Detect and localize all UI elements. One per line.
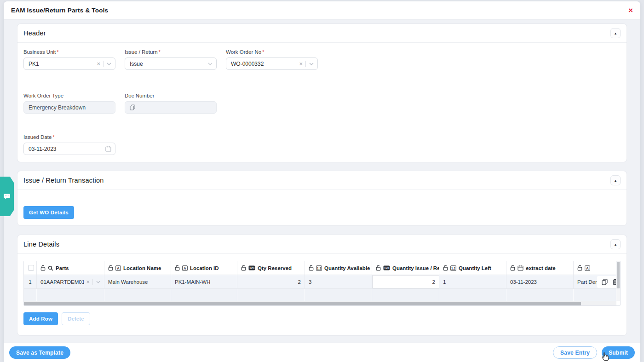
issued-date-label: Issued Date* (23, 134, 115, 140)
last-cell[interactable]: Part Der (574, 275, 616, 288)
line-details-section-title: Line Details (23, 241, 59, 248)
issue-return-group: Issue / Return* Issue (125, 49, 217, 70)
get-wo-details-button[interactable]: Get WO Details (23, 206, 74, 219)
calendar-icon[interactable] (105, 146, 111, 152)
last-cell-value: Part Der (577, 279, 597, 285)
business-unit-group: Business Unit* PK1 × (23, 49, 115, 70)
required-mark: * (262, 49, 264, 55)
column-header-parts[interactable]: Parts (37, 261, 104, 275)
column-header-qty-reserved[interactable]: 123 Qty Reserved (237, 261, 305, 275)
field-divider (103, 61, 104, 67)
issue-return-select[interactable]: Issue (125, 57, 217, 70)
work-order-type-label: Work Order Type (23, 93, 115, 98)
integer-icon: 123 (248, 265, 255, 270)
parts-cell-select[interactable]: 01AAPARTDEM01 - Pa... × (37, 275, 104, 288)
column-header-location-name[interactable]: A Location Name (104, 261, 171, 275)
work-order-type-group: Work Order Type Emergency Breakdown (23, 93, 115, 114)
delete-row-icon[interactable] (612, 279, 616, 285)
extract-date-cell[interactable]: 03-11-2023 (506, 275, 574, 288)
close-icon[interactable]: × (628, 6, 633, 14)
text-field-icon: A (115, 265, 121, 271)
eam-issue-return-modal: EAM Issue/Return Parts & Tools × Header … (4, 1, 640, 362)
quantity-issue-return-cell[interactable]: 2 (372, 275, 439, 288)
decimal-icon: 1.2 (450, 265, 456, 271)
svg-text:123: 123 (249, 266, 254, 270)
work-order-no-select[interactable]: WO-0000332 × (226, 57, 318, 70)
doc-number-group: Doc Number (125, 93, 217, 114)
field-divider (305, 61, 306, 67)
unlock-icon (309, 265, 314, 271)
save-entry-button[interactable]: Save Entry (553, 346, 597, 359)
copy-row-icon[interactable] (602, 279, 608, 285)
svg-text:1.2: 1.2 (451, 266, 455, 270)
column-header-extract-date[interactable]: extract date (506, 261, 574, 275)
issued-date-value: 03-11-2023 (29, 146, 105, 152)
unlock-icon (175, 265, 180, 271)
unlock-icon (40, 265, 46, 271)
required-mark: * (52, 134, 54, 140)
work-order-type-field: Emergency Breakdown (23, 101, 115, 114)
business-unit-label: Business Unit* (23, 49, 115, 55)
horizontal-scrollbar-thumb[interactable] (24, 302, 581, 305)
collapse-up-icon: ▲ (614, 32, 617, 35)
submit-button[interactable]: Submit (602, 346, 635, 359)
business-unit-value: PK1 (29, 61, 95, 67)
location-id-cell[interactable]: PK1-MAIN-WH (171, 275, 237, 288)
header-section-title: Header (23, 29, 46, 37)
feedback-flag[interactable] (0, 177, 14, 216)
row-number: 1 (24, 275, 37, 288)
column-header-last[interactable]: A (574, 261, 616, 275)
vertical-scrollbar[interactable] (616, 261, 620, 301)
clear-icon[interactable]: × (86, 279, 90, 285)
collapse-up-icon: ▲ (614, 179, 617, 182)
transaction-section-head: Issue / Return Transaction ▲ (17, 171, 627, 190)
save-as-template-button[interactable]: Save as Template (9, 346, 70, 359)
header-collapse-button[interactable]: ▲ (610, 28, 621, 38)
vertical-scrollbar-thumb[interactable] (617, 262, 620, 288)
issued-date-group: Issued Date* 03-11-2023 (23, 134, 115, 155)
issued-date-field[interactable]: 03-11-2023 (23, 143, 115, 155)
column-header-quantity-left[interactable]: 1.2 Quantity Left (439, 261, 506, 275)
delete-button[interactable]: Delete (62, 312, 90, 325)
copy-icon[interactable] (130, 104, 135, 110)
transaction-section-title: Issue / Return Transaction (23, 177, 104, 184)
column-header-quantity-issue-return[interactable]: 123 Quantity Issue / Return (372, 261, 439, 275)
table-row: 1 01AAPARTDEM01 - Pa... × Main Warehouse… (24, 275, 616, 289)
unlock-icon (443, 265, 448, 271)
parts-value: 01AAPARTDEM01 - Pa... (40, 279, 84, 285)
decimal-icon: 1.2 (316, 265, 322, 271)
quantity-left-cell[interactable]: 1 (439, 275, 506, 288)
integer-icon: 123 (383, 265, 390, 270)
transaction-collapse-button[interactable]: ▲ (610, 175, 621, 185)
column-header-location-id[interactable]: A Location ID (171, 261, 237, 275)
work-order-no-group: Work Order No* WO-0000332 × (226, 49, 318, 70)
row-actions (597, 276, 616, 288)
header-section-head: Header ▲ (17, 24, 627, 43)
modal-titlebar: EAM Issue/Return Parts & Tools × (4, 1, 640, 20)
column-header-quantity-available[interactable]: 1.2 Quantity Available (305, 261, 372, 275)
issue-return-value: Issue (130, 61, 208, 67)
location-name-cell[interactable]: Main Warehouse (104, 275, 171, 288)
footer-bar: Save as Template Save Entry Submit (4, 343, 640, 362)
quantity-available-cell[interactable]: 3 (305, 275, 372, 288)
chevron-down-icon[interactable] (96, 281, 100, 283)
modal-title: EAM Issue/Return Parts & Tools (11, 7, 108, 14)
doc-number-label: Doc Number (125, 93, 217, 98)
work-order-no-label: Work Order No* (226, 49, 318, 55)
unlock-icon (376, 265, 381, 271)
table-header-row: Parts A Location Name A Location ID (24, 261, 616, 275)
qty-reserved-cell[interactable]: 2 (237, 275, 305, 288)
chevron-down-icon[interactable] (208, 63, 213, 65)
line-details-collapse-button[interactable]: ▲ (610, 239, 621, 249)
issue-return-label: Issue / Return* (125, 49, 217, 55)
add-row-button[interactable]: Add Row (23, 312, 58, 325)
chevron-down-icon[interactable] (309, 63, 314, 65)
horizontal-scrollbar[interactable] (24, 301, 616, 305)
transaction-section: Issue / Return Transaction ▲ Get WO Deta… (17, 171, 627, 226)
clear-icon[interactable]: × (299, 61, 303, 67)
clear-icon[interactable]: × (97, 61, 100, 67)
business-unit-select[interactable]: PK1 × (23, 57, 115, 70)
required-mark: * (57, 49, 58, 55)
select-all-checkbox[interactable] (28, 265, 34, 271)
chevron-down-icon[interactable] (107, 63, 111, 65)
